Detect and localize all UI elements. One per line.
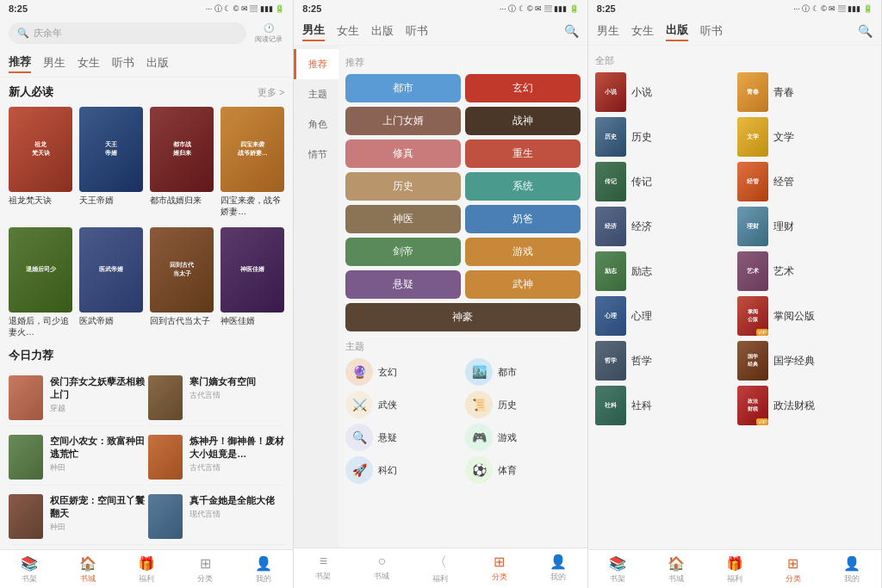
- mine-icon-2: 👤: [550, 554, 567, 570]
- tab-recommend[interactable]: 推荐: [9, 53, 31, 73]
- genre-shenyi[interactable]: 神医: [345, 205, 461, 233]
- theme-wuxia[interactable]: ⚔️ 武侠: [345, 391, 460, 418]
- pub-item-guoxue[interactable]: 国学经典 国学经典: [737, 341, 874, 381]
- theme-dushi[interactable]: 🏙️ 都市: [465, 358, 580, 386]
- tab-audio-2[interactable]: 听书: [406, 22, 428, 40]
- nav-shelf-2[interactable]: ≡ 书架: [294, 554, 352, 585]
- genre-xiuzhen[interactable]: 修真: [345, 139, 461, 168]
- pub-item-economics[interactable]: 经济 经济: [595, 207, 732, 246]
- nav-store-3[interactable]: 🏠 书城: [647, 555, 705, 585]
- genre-xuanhuan[interactable]: 玄幻: [465, 74, 581, 102]
- sidebar-recommend[interactable]: 推荐: [294, 49, 339, 79]
- tab-audio-3[interactable]: 听书: [700, 22, 723, 40]
- tab-male-3[interactable]: 男生: [597, 22, 619, 40]
- tab-female-2[interactable]: 女生: [337, 22, 359, 40]
- theme-sports[interactable]: ⚽ 体育: [465, 456, 580, 484]
- theme-xuanhuan[interactable]: 🔮 玄幻: [345, 358, 460, 386]
- genre-shanmen[interactable]: 上门女婿: [345, 107, 461, 135]
- book-item[interactable]: 神医佳婿 神医佳婿: [220, 227, 284, 337]
- theme-scifi[interactable]: 🚀 科幻: [345, 456, 460, 484]
- tab-publish[interactable]: 出版: [146, 53, 169, 72]
- sidebar-role[interactable]: 角色: [294, 109, 339, 139]
- history-btn[interactable]: 🕐阅读记录: [253, 23, 284, 44]
- nav-shelf-label-3: 书架: [610, 573, 625, 585]
- genre-lishi[interactable]: 历史: [345, 172, 461, 201]
- nav-mine-3[interactable]: 👤 我的: [823, 555, 881, 585]
- rec-item[interactable]: 侯门弃女之妖孽丞相赖上门 穿越: [9, 370, 145, 426]
- nav-welfare-2[interactable]: 〈 福利: [411, 554, 469, 585]
- book-item[interactable]: 回到古代当太子 回到古代当太子: [150, 227, 214, 337]
- pub-item-youth[interactable]: 青春 青春: [737, 72, 874, 112]
- tab-publish-3[interactable]: 出版: [666, 21, 688, 41]
- nav-shelf-3[interactable]: 📚 书架: [588, 555, 647, 585]
- genre-dushi[interactable]: 都市: [345, 74, 461, 102]
- book-item[interactable]: 医武帝婿 医武帝婿: [79, 227, 143, 337]
- tab-female[interactable]: 女生: [78, 53, 100, 72]
- panel2-main: 推荐 主题 角色 情节 推荐 都市 玄幻 上门女婿 战神 修真 重生 历史 系统…: [294, 46, 587, 548]
- rec-tag: 种田: [50, 462, 145, 473]
- pub-item-motivation[interactable]: 励志 励志: [595, 251, 732, 291]
- genre-xitong[interactable]: 系统: [465, 172, 581, 201]
- pub-item-psychology[interactable]: 心理 心理: [595, 296, 732, 336]
- tab-female-3[interactable]: 女生: [631, 22, 654, 40]
- genre-wushen[interactable]: 武神: [465, 270, 581, 299]
- pub-item-biography[interactable]: 传记 传记: [595, 162, 732, 201]
- pub-item-history[interactable]: 历史 历史: [595, 117, 732, 157]
- rec-item[interactable]: 权臣娇宠：空间丑丫鬟翻天 种田: [9, 489, 145, 545]
- theme-history[interactable]: 📜 历史: [465, 391, 580, 418]
- genre-youxi[interactable]: 游戏: [465, 238, 581, 266]
- rec-item[interactable]: 空间小农女：致富种田逃荒忙 种田: [9, 430, 145, 486]
- cat-sidebar: 推荐 主题 角色 情节: [294, 46, 339, 548]
- nav-store-2[interactable]: ○ 书城: [352, 554, 411, 585]
- nav-category-2[interactable]: ⊞ 分类: [470, 554, 529, 585]
- search-bar[interactable]: 🔍 庆余年: [9, 22, 246, 44]
- genre-chongsheng[interactable]: 重生: [465, 139, 581, 168]
- rec-item[interactable]: 炼神丹！御神兽！废材大小姐竟是… 古代言情: [148, 430, 284, 486]
- nav-mine[interactable]: 👤 我的: [234, 555, 293, 585]
- pub-item-philosophy[interactable]: 哲学 哲学: [595, 341, 732, 381]
- nav-category[interactable]: ⊞ 分类: [176, 555, 234, 585]
- genre-zhanshen[interactable]: 战神: [465, 107, 581, 135]
- today-rec-section: 今日力荐 侯门弃女之妖孽丞相赖上门 穿越 寒门嫡女有空间: [9, 348, 284, 545]
- nav-welfare[interactable]: 🎁 福利: [117, 555, 176, 585]
- book-item[interactable]: 退婚后司少 退婚后，司少追妻火…: [9, 227, 72, 337]
- theme-mystery[interactable]: 🔍 悬疑: [345, 424, 460, 451]
- pub-scroll: 全部 小说 小说 青春 青春: [588, 46, 881, 549]
- more-btn[interactable]: 更多 >: [258, 86, 284, 99]
- pub-item-business[interactable]: 经管 经管: [737, 162, 874, 201]
- search-icon-3[interactable]: 🔍: [858, 24, 873, 38]
- nav-welfare-3[interactable]: 🎁 福利: [705, 555, 764, 585]
- pub-item-novel[interactable]: 小说 小说: [595, 72, 732, 112]
- rec-item[interactable]: 真千金她是全能大佬 现代言情: [148, 489, 284, 545]
- theme-label: 悬疑: [378, 431, 397, 444]
- genre-xuanyi[interactable]: 悬疑: [345, 270, 461, 299]
- pub-item-zhangpub[interactable]: 掌阅公版 VIP 掌阅公版: [737, 296, 874, 336]
- genre-shenhao[interactable]: 神豪: [345, 303, 580, 331]
- pub-item-social[interactable]: 社科 社科: [595, 386, 732, 425]
- book-item[interactable]: 天王帝婿 天王帝婿: [79, 107, 143, 217]
- nav-category-3[interactable]: ⊞ 分类: [764, 555, 823, 585]
- tab-publish-2[interactable]: 出版: [371, 22, 394, 40]
- book-item[interactable]: 都市战婿归来 都市战婿归来: [150, 107, 214, 217]
- genre-naiba[interactable]: 奶爸: [465, 205, 581, 233]
- book-item[interactable]: 四宝来袭战爷娇妻… 四宝来袭，战爷娇妻…: [220, 107, 284, 217]
- theme-game[interactable]: 🎮 游戏: [465, 424, 580, 451]
- pub-item-law[interactable]: 政法财税 VIP 政法财税: [737, 386, 874, 425]
- tab-male[interactable]: 男生: [43, 53, 65, 72]
- sidebar-plot[interactable]: 情节: [294, 139, 339, 170]
- pub-item-literature[interactable]: 文学 文学: [737, 117, 874, 157]
- book-item[interactable]: 祖龙梵天诀 祖龙梵天诀: [9, 107, 72, 217]
- sidebar-theme[interactable]: 主题: [294, 79, 339, 109]
- tab-male-2[interactable]: 男生: [302, 21, 325, 41]
- nav-category-label: 分类: [197, 573, 213, 585]
- nav-store-label-2: 书城: [374, 571, 389, 582]
- genre-jiandi[interactable]: 剑帝: [345, 238, 461, 266]
- rec-item[interactable]: 寒门嫡女有空间 古代言情: [148, 370, 284, 426]
- nav-mine-2[interactable]: 👤 我的: [529, 554, 587, 585]
- search-icon-2[interactable]: 🔍: [564, 24, 579, 38]
- tab-audio[interactable]: 听书: [112, 53, 134, 72]
- pub-item-finance[interactable]: 理财 理财: [737, 207, 874, 246]
- nav-shelf[interactable]: 📚 书架: [0, 555, 59, 585]
- nav-store[interactable]: 🏠 书城: [59, 555, 117, 585]
- pub-item-art[interactable]: 艺术 艺术: [737, 251, 874, 291]
